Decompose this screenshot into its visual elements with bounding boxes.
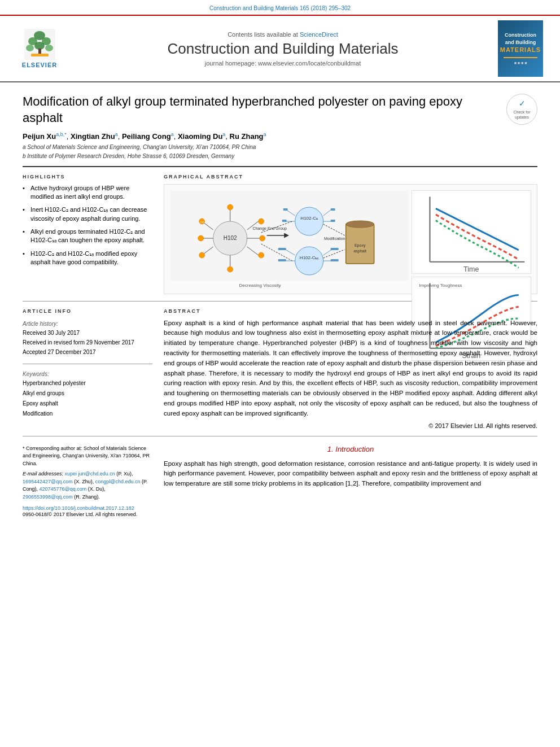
svg-line-17 — [247, 247, 259, 255]
elsevier-logo: ELSEVIER — [11, 29, 68, 68]
svg-rect-53 — [278, 259, 286, 261]
copyright-text: © 2017 Elsevier Ltd. All rights reserved… — [164, 422, 537, 429]
abstract-label: ABSTRACT — [164, 308, 537, 314]
article-history: Article history: Received 30 July 2017 R… — [23, 321, 152, 357]
article-title: Modification of alkyl group terminated h… — [23, 94, 495, 126]
highlight-item-4: H102-C₂ and H102-C₁₈ modified epoxy asph… — [23, 250, 152, 267]
svg-point-44 — [346, 221, 374, 228]
email-cong[interactable]: congpl@chd.edu.cn — [95, 479, 141, 484]
svg-point-6 — [45, 45, 53, 51]
svg-point-27 — [228, 267, 233, 272]
svg-point-30 — [295, 207, 323, 235]
svg-rect-54 — [331, 248, 339, 250]
email-du[interactable]: 420745776@qq.com — [40, 486, 87, 492]
svg-point-22 — [199, 252, 205, 258]
introduction-text: Epoxy asphalt has high strength, good de… — [164, 459, 537, 489]
author-1: Peijun Xu — [23, 133, 56, 141]
sciencedirect-link[interactable]: ScienceDirect — [300, 31, 338, 38]
journal-homepage: journal homepage: www.elsevier.com/locat… — [68, 60, 498, 67]
svg-rect-38 — [331, 208, 335, 211]
elsevier-label: ELSEVIER — [22, 62, 57, 68]
svg-rect-39 — [331, 220, 335, 222]
author-2: Xingtian Zhu — [71, 133, 115, 141]
footnotes-column: * Corresponding author at: School of Mat… — [23, 445, 152, 522]
bottom-section: * Corresponding author at: School of Mat… — [23, 445, 537, 522]
cbm-logo: Construction and Building MATERIALS ■ ■ … — [498, 20, 543, 77]
authors-section: Peijun Xua,b,*, Xingtian Zhua, Peiliang … — [23, 132, 537, 159]
header-center: Contents lists available at ScienceDirec… — [68, 31, 498, 67]
journal-citation-bar: Construction and Building Materials 165 … — [0, 0, 560, 16]
svg-point-25 — [260, 235, 265, 241]
author-5: Ru Zhang — [230, 133, 264, 141]
authors-line: Peijun Xua,b,*, Xingtian Zhua, Peiliang … — [23, 132, 537, 141]
graphical-abstract-column: GRAPHICAL ABSTRACT H102 — [164, 174, 537, 294]
email-zhu[interactable]: 1695442427@qq.com — [23, 479, 73, 484]
graphical-abstract-label: GRAPHICAL ABSTRACT — [164, 174, 537, 180]
introduction-column: 1. Introduction Epoxy asphalt has high s… — [164, 445, 537, 522]
ga-diagram-svg: H102 OH — [170, 190, 409, 281]
svg-text:Time: Time — [463, 265, 479, 273]
doi-section: https://doi.org/10.1016/j.conbuildmat.20… — [23, 505, 152, 519]
email-zhang[interactable]: 2906553998@qq.com — [23, 494, 73, 500]
svg-point-21 — [198, 235, 204, 241]
keywords-section: Keywords: Hyperbranched polyester Alkyl … — [23, 371, 152, 419]
journal-header: ELSEVIER Contents lists available at Sci… — [0, 16, 560, 82]
section-divider-2 — [23, 436, 537, 436]
corresponding-footnote: * Corresponding author at: School of Mat… — [23, 445, 152, 468]
svg-text:asphalt: asphalt — [353, 249, 366, 254]
svg-text:H102-C₂: H102-C₂ — [300, 216, 318, 221]
check-icon: ✓ — [519, 98, 526, 110]
info-divider — [23, 364, 152, 364]
svg-text:Epoxy: Epoxy — [355, 243, 366, 248]
svg-line-45 — [323, 224, 345, 235]
email-xu[interactable]: xupei jun@chd.edu.cn — [65, 471, 115, 477]
keyword-2: Alkyl end groups — [23, 388, 152, 399]
svg-point-26 — [259, 252, 264, 258]
svg-rect-8 — [31, 54, 49, 56]
svg-line-56 — [323, 250, 345, 258]
highlights-label: HIGHLIGHTS — [23, 174, 152, 180]
cbm-logo-box: Construction and Building MATERIALS ■ ■ … — [498, 20, 549, 77]
header-divider — [23, 166, 537, 167]
affiliation-b: b Institute of Polymer Research Dresden,… — [23, 153, 537, 159]
graphical-abstract-box: H102 OH — [164, 184, 537, 294]
article-title-section: Modification of alkyl group terminated h… — [23, 94, 537, 126]
ga-diagram: H102 OH — [170, 190, 409, 281]
keyword-1: Hyperbranched polyester — [23, 378, 152, 388]
highlights-list: Active hydroxyl groups of HBP were modif… — [23, 184, 152, 267]
ga-label-viscosity: Decreasing Viscosity — [239, 283, 281, 288]
svg-point-5 — [34, 42, 45, 50]
received-date: Received 30 July 2017 Received in revise… — [23, 328, 152, 357]
svg-rect-55 — [331, 259, 339, 261]
check-updates-badge[interactable]: ✓ Check for updates — [506, 94, 537, 125]
contents-available-text: Contents lists available at ScienceDirec… — [68, 31, 498, 38]
highlight-item-1: Active hydroxyl groups of HBP were modif… — [23, 184, 152, 202]
highlights-column: HIGHLIGHTS Active hydroxyl groups of HBP… — [23, 174, 152, 294]
ga-charts: Time — [412, 190, 531, 281]
article-info-label: ARTICLE INFO — [23, 308, 152, 314]
author-4: Xiaoming Du — [178, 133, 222, 141]
keyword-3: Epoxy asphalt — [23, 399, 152, 409]
keywords-list: Hyperbranched polyester Alkyl end groups… — [23, 378, 152, 419]
svg-point-24 — [259, 219, 264, 224]
svg-line-58 — [261, 244, 292, 261]
journal-citation-text: Construction and Building Materials 165 … — [209, 5, 351, 11]
svg-text:Change End Group: Change End Group — [253, 226, 287, 231]
keyword-4: Modification — [23, 409, 152, 419]
svg-line-48 — [286, 250, 295, 255]
abstract-column: ABSTRACT Epoxy asphalt is a kind of high… — [164, 308, 537, 429]
intro-section-title: 1. Introduction — [164, 445, 537, 453]
svg-rect-36 — [283, 208, 288, 211]
info-abstract-section: ARTICLE INFO Article history: Received 3… — [23, 308, 537, 429]
doi-link[interactable]: https://doi.org/10.1016/j.conbuildmat.20… — [23, 505, 152, 511]
email-footnote: E-mail addresses: xupei jun@chd.edu.cn (… — [23, 470, 152, 501]
keywords-label: Keywords: — [23, 371, 152, 377]
history-label: Article history: — [23, 321, 152, 327]
svg-line-34 — [323, 210, 331, 216]
svg-text:OH: OH — [200, 221, 204, 224]
svg-rect-52 — [278, 248, 286, 250]
abstract-text: Epoxy asphalt is a kind of high performa… — [164, 318, 537, 419]
svg-line-32 — [287, 210, 295, 216]
svg-text:H102: H102 — [224, 235, 237, 241]
article-info-column: ARTICLE INFO Article history: Received 3… — [23, 308, 152, 429]
